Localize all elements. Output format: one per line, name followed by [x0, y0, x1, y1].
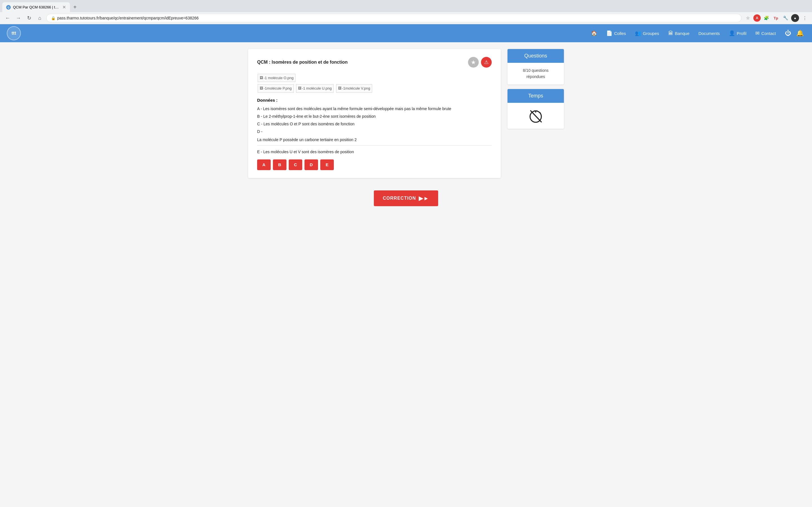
favorite-button[interactable]: ★ — [468, 57, 479, 68]
header-actions: ★ ⚠ — [468, 57, 492, 68]
profil-icon: 👤 — [729, 30, 735, 36]
app-logo[interactable]: ttt — [7, 26, 21, 40]
tab-favicon: Q — [6, 5, 11, 10]
nav-profil-label: Profil — [737, 31, 746, 36]
molecule-images: 🖼 -1 molécule O.png 🖼 -1molécule P.png 🖼… — [257, 73, 492, 93]
nav-contact[interactable]: ✉ Contact — [751, 28, 780, 39]
answer-button-b[interactable]: B — [273, 159, 287, 170]
questions-card: Questions 8/10 questionsrépondues — [507, 49, 564, 84]
nav-banque-label: Banque — [675, 31, 690, 36]
questions-count: 8/10 questionsrépondues — [523, 68, 548, 79]
sidebar: Questions 8/10 questionsrépondues Temps — [507, 49, 564, 133]
refresh-button[interactable]: ↻ — [25, 14, 33, 22]
question-title: QCM : Isomères de position et de fonctio… — [257, 60, 348, 65]
answer-button-d[interactable]: D — [305, 159, 318, 170]
timer-display — [507, 103, 564, 129]
question-card: QCM : Isomères de position et de fonctio… — [248, 49, 501, 178]
nav-contact-label: Contact — [761, 31, 776, 36]
tab-title: QCM Par QCM 638266 | tHarm... — [13, 5, 60, 9]
nav-right: ⏻ 🔔 — [783, 28, 805, 39]
footer-bar: CORRECTION ▶► — [0, 185, 812, 212]
molecule-u-image: 🖼 -1 molécule U.png — [296, 84, 334, 93]
address-bar: ← → ↻ ⌂ 🔒 pass.tharmo.tutotours.fr/banqu… — [0, 12, 812, 24]
browser-chrome: Q QCM Par QCM 638266 | tHarm... ✕ + ← → … — [0, 0, 812, 24]
tab-bar: Q QCM Par QCM 638266 | tHarm... ✕ + — [0, 0, 812, 12]
nav-documents-label: Documents — [698, 31, 720, 36]
donnees-label: Données : — [257, 98, 492, 103]
correction-arrow-icon: ▶► — [419, 195, 429, 202]
home-nav-button[interactable]: ⌂ — [36, 14, 44, 22]
nav-groupes-label: Groupes — [643, 31, 659, 36]
nav-colles[interactable]: 📄 Colles — [602, 28, 630, 39]
temps-card: Temps — [507, 89, 564, 129]
menu-icon[interactable]: ⋮ — [801, 14, 809, 22]
avatar[interactable]: ● — [791, 14, 799, 22]
donnees-section: Données : A - Les isomères sont des molé… — [257, 98, 492, 155]
questions-header: Questions — [507, 49, 564, 63]
url-text: pass.tharmo.tutotours.fr/banque/qc/entra… — [57, 16, 737, 20]
alert-button[interactable]: ⚠ — [481, 57, 492, 68]
nav-banque[interactable]: 🏛 Banque — [664, 28, 694, 39]
proposition-a: A - Les isomères sont des molécules ayan… — [257, 106, 492, 112]
correction-button[interactable]: CORRECTION ▶► — [374, 190, 438, 206]
banque-icon: 🏛 — [668, 31, 673, 36]
tab-close-icon[interactable]: ✕ — [62, 4, 66, 10]
notification-bell[interactable]: 🔔 — [795, 28, 805, 39]
molecule-p-image: 🖼 -1molécule P.png — [258, 84, 294, 93]
separator — [257, 145, 492, 146]
star-icon[interactable]: ☆ — [744, 14, 752, 22]
groupes-icon: 👥 — [635, 30, 641, 36]
new-tab-button[interactable]: + — [71, 3, 79, 11]
questions-body: 8/10 questionsrépondues — [507, 63, 564, 84]
nav-groupes[interactable]: 👥 Groupes — [630, 28, 664, 39]
tp-icon[interactable]: Tp — [772, 14, 780, 22]
correction-label: CORRECTION — [383, 196, 416, 201]
back-button[interactable]: ← — [3, 14, 12, 22]
svg-rect-2 — [536, 111, 536, 113]
answer-buttons: A B C D E — [257, 159, 492, 170]
active-tab[interactable]: Q QCM Par QCM 638266 | tHarm... ✕ — [2, 2, 70, 12]
answer-button-e[interactable]: E — [320, 159, 334, 170]
molecule-o-image: 🖼 -1 molécule O.png — [258, 74, 296, 82]
timer-icon-svg — [527, 107, 544, 124]
nav-colles-label: Colles — [614, 31, 626, 36]
proposition-d: D - — [257, 129, 492, 135]
proposition-e: E - Les molécules U et V sont des isomèr… — [257, 149, 492, 155]
browser-actions: ☆ A 🧩 Tp 🔧 ● ⋮ — [744, 14, 809, 22]
contact-icon: ✉ — [755, 30, 760, 36]
nav-home[interactable]: 🏠 — [587, 28, 602, 39]
answer-button-a[interactable]: A — [257, 159, 271, 170]
power-button[interactable]: ⏻ — [783, 28, 794, 39]
main-content: QCM : Isomères de position et de fonctio… — [237, 42, 575, 185]
proposition-c: C - Les molécules O et P sont des isomèr… — [257, 121, 492, 127]
question-header: QCM : Isomères de position et de fonctio… — [257, 57, 492, 68]
url-bar[interactable]: 🔒 pass.tharmo.tutotours.fr/banque/qc/ent… — [46, 14, 742, 22]
proposition-d-sub: La molécule P possède un carbone tertiai… — [257, 137, 492, 142]
adblock-icon[interactable]: A — [753, 14, 761, 22]
colles-icon: 📄 — [606, 30, 612, 36]
puzzle-icon[interactable]: 🔧 — [781, 14, 790, 22]
forward-button[interactable]: → — [14, 14, 22, 22]
extension-icon[interactable]: 🧩 — [762, 14, 770, 22]
home-icon: 🏠 — [591, 30, 597, 36]
nav-documents[interactable]: Documents — [694, 29, 724, 38]
proposition-b: B - Le 2-méthylprop-1-ène et le but-2-èn… — [257, 114, 492, 119]
app-nav: 🏠 📄 Colles 👥 Groupes 🏛 Banque Documents … — [587, 28, 780, 39]
app-header: ttt 🏠 📄 Colles 👥 Groupes 🏛 Banque Docume… — [0, 24, 812, 42]
nav-profil[interactable]: 👤 Profil — [724, 28, 751, 39]
temps-header: Temps — [507, 89, 564, 103]
lock-icon: 🔒 — [51, 16, 56, 20]
molecule-v-image: 🖼 -1molécule V.png — [336, 84, 372, 93]
answer-button-c[interactable]: C — [289, 159, 302, 170]
